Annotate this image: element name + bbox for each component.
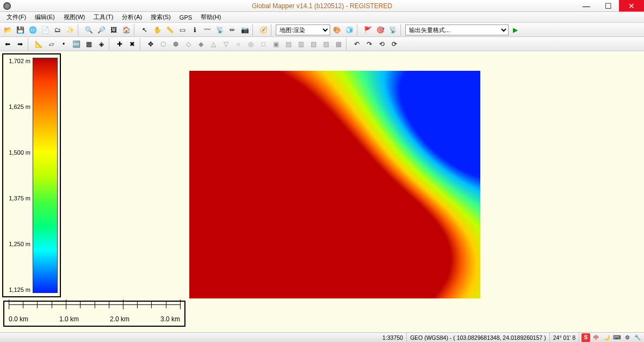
ime-mode-icon[interactable]: 中 xyxy=(592,333,600,342)
open-icon[interactable]: 📂 xyxy=(2,24,14,36)
contour-icon[interactable]: 〰 xyxy=(201,24,213,36)
info-icon[interactable]: ℹ xyxy=(189,24,201,36)
digitize-forward-icon[interactable]: ➡ xyxy=(14,38,26,50)
menu-help[interactable]: 帮助(H) xyxy=(196,12,225,22)
rotate-icon[interactable]: ⟲ xyxy=(376,38,388,50)
radio-icon[interactable]: 📡 xyxy=(214,24,226,36)
separator xyxy=(134,24,137,36)
tool-h-icon[interactable]: ◎ xyxy=(245,38,257,50)
scale-ticks xyxy=(9,304,180,313)
target-icon[interactable]: 🎯 xyxy=(374,24,386,36)
edit-line-icon[interactable]: 📐 xyxy=(33,38,45,50)
menu-file[interactable]: 文件(F) xyxy=(2,12,30,22)
tool-tray-icon[interactable]: 🔧 xyxy=(633,333,642,342)
area-icon[interactable]: ▭ xyxy=(176,24,188,36)
redo-icon[interactable]: ↷ xyxy=(363,38,375,50)
tool-d-icon[interactable]: ◆ xyxy=(195,38,207,50)
grid-icon[interactable]: ▦ xyxy=(83,38,95,50)
tool-l-icon[interactable]: ▥ xyxy=(295,38,307,50)
tool-g-icon[interactable]: ○ xyxy=(232,38,244,50)
scale-label: 0.0 km xyxy=(9,315,28,323)
tool-e-icon[interactable]: △ xyxy=(207,38,219,50)
wand-icon[interactable]: ✨ xyxy=(64,24,76,36)
cube-3d-icon[interactable]: 🧊 xyxy=(343,24,355,36)
separator xyxy=(252,24,256,36)
scale-bar: 0.0 km 1.0 km 2.0 km 3.0 km xyxy=(3,301,185,327)
map-view[interactable] xyxy=(189,71,480,298)
zoom-out-icon[interactable]: 🔎 xyxy=(95,24,107,36)
system-tray: S 中 🌙 ⌨ ⚙ 🔧 xyxy=(579,333,644,342)
tool-b-icon[interactable]: ⬢ xyxy=(170,38,182,50)
app-icon xyxy=(3,2,11,10)
tool-n-icon[interactable]: ▨ xyxy=(320,38,332,50)
gps-icon[interactable]: 📡 xyxy=(387,24,399,36)
pencil-icon[interactable]: ✏ xyxy=(226,24,238,36)
menu-analysis[interactable]: 分析(A) xyxy=(117,12,146,22)
tool-i-icon[interactable]: □ xyxy=(257,38,269,50)
compass-icon[interactable]: 🧭 xyxy=(257,24,269,36)
menu-view[interactable]: 视图(W) xyxy=(59,12,90,22)
home-icon[interactable]: 🏠 xyxy=(120,24,132,36)
edit-point-icon[interactable]: • xyxy=(58,38,70,50)
separator xyxy=(140,38,143,50)
scale-label: 3.0 km xyxy=(160,315,180,323)
sogou-ime-icon[interactable]: S xyxy=(581,333,590,342)
status-coord: 24° 01' 8 xyxy=(550,333,579,342)
tool-f-icon[interactable]: ▽ xyxy=(220,38,232,50)
zoom-extents-icon[interactable]: 🖼 xyxy=(108,24,120,36)
keyboard-icon[interactable]: ⌨ xyxy=(612,333,621,342)
layers-icon[interactable]: 🗂 xyxy=(52,24,64,36)
settings-icon[interactable]: ⚙ xyxy=(623,333,631,342)
digitize-back-icon[interactable]: ⬅ xyxy=(2,38,14,50)
separator xyxy=(28,38,31,50)
scale-label: 1.0 km xyxy=(59,315,79,323)
undo-icon[interactable]: ↶ xyxy=(351,38,363,50)
save-icon[interactable]: 💾 xyxy=(14,24,26,36)
legend-tick: 1,375 m xyxy=(5,195,30,201)
move-icon[interactable]: ✥ xyxy=(145,38,157,50)
title-bar: Global Mapper v14.1 (b120512) - REGISTER… xyxy=(0,0,644,12)
edit-area-icon[interactable]: ▱ xyxy=(45,38,57,50)
separator xyxy=(357,24,360,36)
pan-icon[interactable]: ✋ xyxy=(151,24,163,36)
vertex-del-icon[interactable]: ✖ xyxy=(126,38,138,50)
tool-a-icon[interactable]: ⬡ xyxy=(157,38,169,50)
tool-k-icon[interactable]: ▤ xyxy=(282,38,294,50)
menu-gps[interactable]: GPS xyxy=(175,13,196,22)
menu-bar: 文件(F) 编辑(E) 视图(W) 工具(T) 分析(A) 搜索(S) GPS … xyxy=(0,12,644,23)
separator xyxy=(400,24,404,36)
rotate2-icon[interactable]: ⟳ xyxy=(388,38,400,50)
menu-edit[interactable]: 编辑(E) xyxy=(30,12,59,22)
menu-tools[interactable]: 工具(T) xyxy=(89,12,117,22)
window-controls: — ☐ ✕ xyxy=(575,0,644,11)
export-format-select[interactable]: 输出矢量格式... xyxy=(405,25,509,35)
document-icon[interactable]: 📄 xyxy=(39,24,51,36)
pointer-icon[interactable]: ↖ xyxy=(139,24,151,36)
tool-o-icon[interactable]: ▩ xyxy=(332,38,344,50)
status-projection: GEO (WGS84) - ( 103.0829681348, 24.01892… xyxy=(407,333,550,342)
play-icon[interactable]: ▶ xyxy=(509,24,521,36)
moon-icon[interactable]: 🌙 xyxy=(602,333,611,342)
text-icon[interactable]: 🔤 xyxy=(70,38,82,50)
status-scale: 1:33750 xyxy=(379,333,407,342)
camera-icon[interactable]: 📷 xyxy=(239,24,251,36)
status-bar: 1:33750 GEO (WGS84) - ( 103.0829681348, … xyxy=(0,332,644,342)
close-button[interactable]: ✕ xyxy=(619,0,644,11)
flag-icon[interactable]: 🚩 xyxy=(362,24,374,36)
mesh-icon[interactable]: ◈ xyxy=(95,38,107,50)
tool-m-icon[interactable]: ▧ xyxy=(307,38,319,50)
maximize-button[interactable]: ☐ xyxy=(597,0,619,11)
globe-icon[interactable]: 🌐 xyxy=(27,24,39,36)
zoom-in-icon[interactable]: 🔍 xyxy=(83,24,95,36)
menu-search[interactable]: 搜索(S) xyxy=(146,12,175,22)
toolbar-1: 📂 💾 🌐 📄 🗂 ✨ 🔍 🔎 🖼 🏠 ↖ ✋ 📏 ▭ ℹ 〰 📡 ✏ 📷 🧭 … xyxy=(0,23,644,37)
legend-tick: 1,500 m xyxy=(5,149,30,156)
tool-c-icon[interactable]: ◇ xyxy=(182,38,194,50)
vertex-add-icon[interactable]: ✚ xyxy=(114,38,126,50)
palette-icon[interactable]: 🎨 xyxy=(331,24,343,36)
legend-labels: 1,702 m 1,625 m 1,500 m 1,375 m 1,250 m … xyxy=(5,58,33,293)
render-mode-select[interactable]: 地图:渲染 xyxy=(276,25,330,35)
minimize-button[interactable]: — xyxy=(575,0,597,11)
measure-icon[interactable]: 📏 xyxy=(164,24,176,36)
tool-j-icon[interactable]: ▣ xyxy=(270,38,282,50)
